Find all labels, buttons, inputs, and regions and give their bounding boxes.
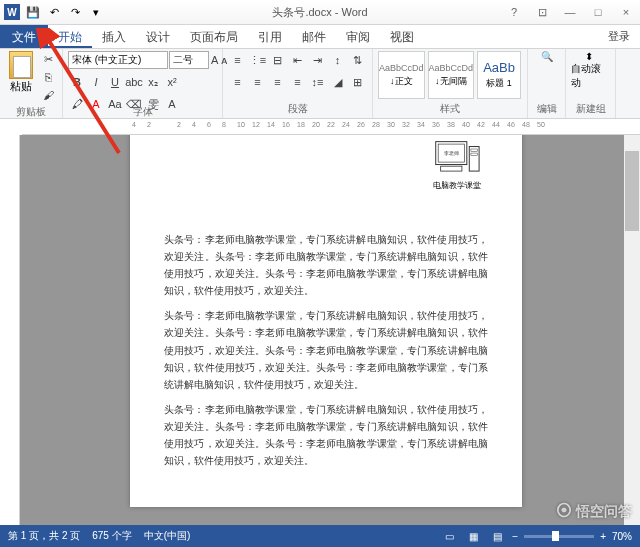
style-heading1[interactable]: AaBb 标题 1	[477, 51, 521, 99]
text-direction-button[interactable]: ↕	[328, 51, 347, 69]
vertical-scrollbar[interactable]	[624, 135, 640, 525]
editing-group: 🔍 编辑	[528, 49, 566, 118]
clipboard-label: 剪贴板	[5, 105, 57, 119]
multilevel-button[interactable]: ⊟	[268, 51, 287, 69]
line-spacing-button[interactable]: ↕≡	[308, 73, 327, 91]
web-layout-button[interactable]: ▤	[488, 528, 506, 544]
file-tab[interactable]: 文件	[0, 25, 48, 48]
borders-button[interactable]: ⊞	[348, 73, 367, 91]
newgroup-label: 新建组	[571, 102, 610, 116]
read-mode-button[interactable]: ▭	[440, 528, 458, 544]
font-name-select[interactable]	[68, 51, 168, 69]
svg-rect-5	[471, 149, 478, 151]
sort-button[interactable]: ⇅	[348, 51, 367, 69]
paste-icon	[9, 51, 33, 79]
align-center-button[interactable]: ≡	[248, 73, 267, 91]
print-layout-button[interactable]: ▦	[464, 528, 482, 544]
document-area[interactable]: 李老师 电脑教学课堂 头条号：李老师电脑教学课堂，专门系统讲解电脑知识，软件使用…	[20, 135, 624, 525]
new-group: ⬍ 自动滚动 新建组	[566, 49, 616, 118]
window-title: 头条号.docx - Word	[272, 5, 367, 20]
language-indicator[interactable]: 中文(中国)	[144, 529, 191, 543]
sign-in-button[interactable]: 登录	[598, 25, 640, 48]
editing-label: 编辑	[533, 102, 560, 116]
underline-button[interactable]: U	[106, 73, 124, 91]
zoom-in-button[interactable]: +	[600, 531, 606, 542]
paragraph-2[interactable]: 头条号：李老师电脑教学课堂，专门系统讲解电脑知识，软件使用技巧，欢迎关注。头条号…	[164, 307, 488, 392]
superscript-button[interactable]: x²	[163, 73, 181, 91]
align-left-button[interactable]: ≡	[228, 73, 247, 91]
svg-text:李老师: 李老师	[444, 150, 459, 156]
strikethrough-button[interactable]: abc	[125, 73, 143, 91]
zoom-out-button[interactable]: −	[512, 531, 518, 542]
bold-button[interactable]: B	[68, 73, 86, 91]
numbering-button[interactable]: ⋮≡	[248, 51, 267, 69]
font-size-select[interactable]	[169, 51, 209, 69]
tab-review[interactable]: 审阅	[336, 25, 380, 48]
paragraph-group: ≡ ⋮≡ ⊟ ⇤ ⇥ ↕ ⇅ ≡ ≡ ≡ ≡ ↕≡ ◢ ⊞ 段落	[223, 49, 373, 118]
styles-group: AaBbCcDd ↓正文 AaBbCcDd ↓无间隔 AaBb 标题 1 样式	[373, 49, 528, 118]
cut-button[interactable]: ✂	[39, 51, 57, 67]
undo-button[interactable]: ↶	[45, 3, 63, 21]
tab-view[interactable]: 视图	[380, 25, 424, 48]
paragraph-3[interactable]: 头条号：李老师电脑教学课堂，专门系统讲解电脑知识，软件使用技巧，欢迎关注。头条号…	[164, 401, 488, 469]
close-button[interactable]: ×	[612, 1, 640, 23]
computer-icon: 李老师	[432, 140, 482, 176]
window-controls: ? ⊡ — □ ×	[500, 1, 640, 23]
style-nospacing[interactable]: AaBbCcDd ↓无间隔	[428, 51, 475, 99]
font-group: A ᴀ B I U abc x₂ x² 🖍 A Aa ⌫ 雯 A 字体	[63, 49, 223, 118]
bullets-button[interactable]: ≡	[228, 51, 247, 69]
grow-font-button[interactable]: A	[210, 51, 219, 69]
paste-button[interactable]: 粘贴	[5, 51, 37, 103]
help-button[interactable]: ?	[500, 1, 528, 23]
watermark: ⦿ 悟空问答	[556, 502, 632, 521]
ribbon-tabs: 文件 开始 插入 设计 页面布局 引用 邮件 审阅 视图 登录	[0, 25, 640, 49]
word-logo[interactable]: W	[3, 3, 21, 21]
zoom-slider[interactable]	[524, 535, 594, 538]
italic-button[interactable]: I	[87, 73, 105, 91]
tab-home[interactable]: 开始	[48, 25, 92, 48]
page-indicator[interactable]: 第 1 页，共 2 页	[8, 529, 80, 543]
redo-button[interactable]: ↷	[66, 3, 84, 21]
ribbon: 粘贴 ✂ ⎘ 🖌 剪贴板 A ᴀ B I U abc x₂	[0, 49, 640, 119]
word-count[interactable]: 675 个字	[92, 529, 131, 543]
save-button[interactable]: 💾	[24, 3, 42, 21]
scroll-thumb[interactable]	[625, 151, 639, 231]
tab-design[interactable]: 设计	[136, 25, 180, 48]
paragraph-label: 段落	[228, 102, 367, 116]
zoom-level[interactable]: 70%	[612, 531, 632, 542]
vertical-ruler[interactable]	[0, 135, 20, 525]
subscript-button[interactable]: x₂	[144, 73, 162, 91]
shading-button[interactable]: ◢	[328, 73, 347, 91]
clipboard-group: 粘贴 ✂ ⎘ 🖌 剪贴板	[0, 49, 63, 118]
paragraph-1[interactable]: 头条号：李老师电脑教学课堂，专门系统讲解电脑知识，软件使用技巧，欢迎关注。头条号…	[164, 231, 488, 299]
increase-indent-button[interactable]: ⇥	[308, 51, 327, 69]
scroll-icon: ⬍	[585, 51, 593, 62]
tab-references[interactable]: 引用	[248, 25, 292, 48]
page[interactable]: 李老师 电脑教学课堂 头条号：李老师电脑教学课堂，专门系统讲解电脑知识，软件使用…	[130, 135, 522, 507]
svg-rect-3	[441, 166, 462, 171]
align-right-button[interactable]: ≡	[268, 73, 287, 91]
titlebar: W 💾 ↶ ↷ ▾ 头条号.docx - Word ? ⊡ — □ ×	[0, 0, 640, 25]
page-header: 李老师 电脑教学课堂	[422, 140, 492, 191]
auto-scroll-button[interactable]: ⬍ 自动滚动	[571, 51, 607, 100]
justify-button[interactable]: ≡	[288, 73, 307, 91]
styles-label: 样式	[378, 102, 522, 116]
status-bar: 第 1 页，共 2 页 675 个字 中文(中国) ▭ ▦ ▤ − + 70%	[0, 525, 640, 547]
style-normal[interactable]: AaBbCcDd ↓正文	[378, 51, 425, 99]
ribbon-display-button[interactable]: ⊡	[528, 1, 556, 23]
search-icon: 🔍	[541, 51, 553, 62]
qat-customize[interactable]: ▾	[87, 3, 105, 21]
quick-access-toolbar: W 💾 ↶ ↷ ▾	[3, 3, 105, 21]
horizontal-ruler[interactable]: 4224681012141618202224262830323436384042…	[22, 119, 640, 135]
tab-layout[interactable]: 页面布局	[180, 25, 248, 48]
header-text: 电脑教学课堂	[422, 180, 492, 191]
find-button[interactable]: 🔍	[533, 51, 560, 100]
format-painter-button[interactable]: 🖌	[39, 87, 57, 103]
copy-button[interactable]: ⎘	[39, 69, 57, 85]
maximize-button[interactable]: □	[584, 1, 612, 23]
tab-insert[interactable]: 插入	[92, 25, 136, 48]
tab-mailings[interactable]: 邮件	[292, 25, 336, 48]
minimize-button[interactable]: —	[556, 1, 584, 23]
decrease-indent-button[interactable]: ⇤	[288, 51, 307, 69]
font-label: 字体	[68, 105, 217, 119]
